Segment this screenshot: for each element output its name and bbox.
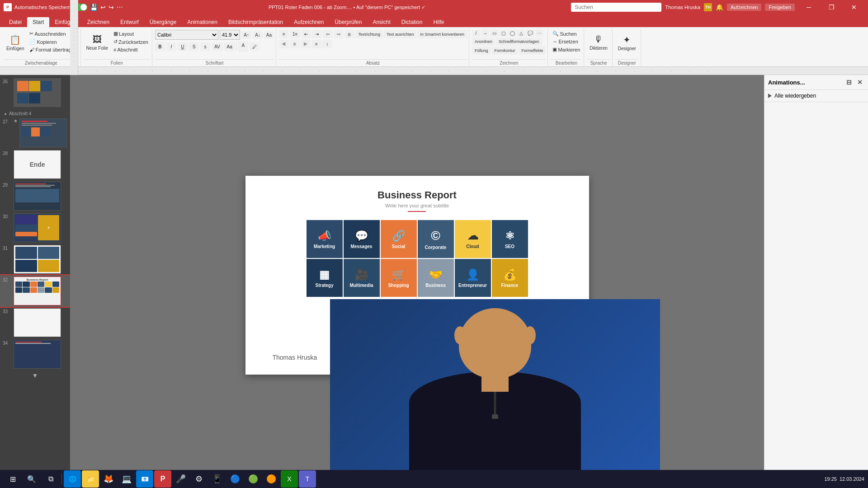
kontur-button[interactable]: Formkontur	[492, 47, 518, 55]
tab-animationen[interactable]: Animationen	[182, 17, 223, 27]
increase-indent-button[interactable]: ⇥	[312, 30, 322, 38]
taskbar-app9[interactable]: 🟢	[245, 470, 262, 488]
tab-aufzeichnen[interactable]: Aufzeichnen	[288, 17, 329, 27]
play-all-button[interactable]: Alle wiedergeben	[764, 90, 868, 102]
shape-arrow[interactable]: →	[481, 30, 489, 37]
taskbar-outlook[interactable]: 📧	[136, 470, 153, 488]
justify-button[interactable]: ≡	[311, 40, 321, 48]
bold-button[interactable]: B	[155, 42, 165, 51]
highlight-button[interactable]: 🖊	[250, 42, 259, 51]
shape-more[interactable]: ⋯	[535, 30, 543, 37]
slide-thumb-28[interactable]: 28 Ende	[0, 149, 70, 180]
clear-format-button[interactable]: Aa	[264, 31, 274, 39]
tile-strategy[interactable]: ▦ Strategy	[307, 259, 343, 297]
ltr-button[interactable]: ⇨	[334, 30, 344, 38]
schnellformat-button[interactable]: Schnellformatvorlagen	[496, 38, 542, 46]
anordnen-button[interactable]: Anordnen	[472, 38, 495, 46]
char-spacing-button[interactable]: AV	[212, 42, 223, 51]
layout-button[interactable]: ▦ Layout	[112, 30, 150, 38]
tile-corporate[interactable]: © Corporate	[418, 220, 454, 258]
line-spacing-button[interactable]: ↕	[322, 40, 332, 48]
font-family-select[interactable]: Calibri	[155, 30, 218, 40]
taskbar-app11[interactable]: X	[281, 470, 298, 488]
case-button[interactable]: Aa	[224, 42, 235, 51]
slide-thumb-31[interactable]: 31	[0, 244, 70, 275]
tab-hilfe[interactable]: Hilfe	[428, 17, 449, 27]
restore-button[interactable]: ❐	[821, 0, 842, 14]
abschnitt-button[interactable]: ≡ Abschnitt	[112, 46, 150, 53]
taskbar-app8[interactable]: 🔵	[226, 470, 244, 488]
zuruecksetzen-button[interactable]: ↺ Zurücksetzen	[112, 38, 150, 46]
tile-finance[interactable]: 💰 Finance	[492, 259, 528, 297]
more-icon[interactable]: ⋯	[117, 4, 123, 11]
rtl-button[interactable]: ⇦	[323, 30, 333, 38]
bullet-list-button[interactable]: ≡	[279, 30, 289, 38]
start-button[interactable]: ⊞	[4, 470, 22, 488]
sidebar-scroll-down[interactable]: ▼	[0, 370, 70, 381]
tile-entrepreneur[interactable]: 👤 Entrepreneur	[455, 259, 491, 297]
taskbar-powerpoint[interactable]: P	[154, 470, 171, 488]
tab-zeichnen[interactable]: Zeichnen	[82, 17, 115, 27]
tile-marketing[interactable]: 📣 Marketing	[307, 220, 343, 258]
ersetzen-button[interactable]: ↔ Ersetzen	[551, 38, 582, 45]
tile-multimedia[interactable]: 🎥 Multimedia	[344, 259, 380, 297]
shape-line[interactable]: /	[472, 30, 480, 37]
shape-callout[interactable]: 💬	[526, 30, 534, 37]
tile-social[interactable]: 🔗 Social	[381, 220, 417, 258]
tile-shopping[interactable]: 🛒 Shopping	[381, 259, 417, 297]
tile-messages[interactable]: 💬 Messages	[344, 220, 380, 258]
search-taskbar-button[interactable]: 🔍	[23, 470, 41, 488]
taskbar-firefox[interactable]: 🦊	[100, 470, 117, 488]
slide-thumb-32[interactable]: 32 Business Report	[0, 275, 70, 307]
smartart-button[interactable]: In SmartArt konvertieren	[417, 30, 467, 38]
user-avatar[interactable]: TH	[704, 3, 712, 11]
taskbar-app6[interactable]: ⚙	[190, 470, 208, 488]
taskbar-teams[interactable]: T	[299, 470, 316, 488]
close-button[interactable]: ✕	[844, 0, 864, 14]
suchen-button[interactable]: 🔍 Suchen	[551, 30, 582, 38]
slide-thumb-30[interactable]: 30 ☀	[0, 212, 70, 244]
taskbar-app10[interactable]: 🟠	[263, 470, 280, 488]
einfuegen-button[interactable]: 📋 Einfügen	[4, 30, 27, 55]
slide-thumb-26[interactable]: 26	[0, 77, 70, 108]
font-color-button[interactable]: A	[238, 41, 248, 52]
textrichtung-button[interactable]: Textrichtung	[355, 30, 383, 38]
strikethrough-button[interactable]: S	[189, 42, 199, 51]
redo-icon[interactable]: ↪	[108, 4, 114, 11]
shadow-button[interactable]: s	[200, 42, 210, 51]
slide-thumb-33[interactable]: 33	[0, 307, 70, 338]
align-left-button[interactable]: ⫷	[279, 40, 289, 48]
numbered-list-button[interactable]: 1≡	[290, 30, 300, 38]
taskbar-edge[interactable]: 🌐	[64, 470, 81, 488]
font-size-select[interactable]: 41.9	[220, 30, 240, 40]
tile-seo[interactable]: ⚛ SEO	[492, 220, 528, 258]
tab-bildschirm[interactable]: Bildschirmpräsentation	[223, 17, 288, 27]
animations-collapse-button[interactable]: ⊟	[844, 78, 854, 87]
italic-button[interactable]: I	[166, 42, 176, 51]
decrease-indent-button[interactable]: ⇤	[301, 30, 311, 38]
freigeben-button[interactable]: Freigeben	[765, 4, 795, 11]
effekt-button[interactable]: Formeffekte	[519, 47, 546, 55]
taskview-button[interactable]: ⧉	[42, 470, 60, 488]
tab-dictation[interactable]: Dictation	[396, 17, 428, 27]
search-input[interactable]	[571, 3, 661, 12]
shape-rect[interactable]: ▭	[490, 30, 498, 37]
shape-rounded[interactable]: ▢	[499, 30, 507, 37]
decrease-font-button[interactable]: A↓	[253, 31, 263, 39]
animations-close-button[interactable]: ✕	[855, 78, 864, 87]
taskbar-app5[interactable]: 🎤	[172, 470, 189, 488]
align-center-button[interactable]: ≡	[290, 40, 300, 48]
tile-cloud[interactable]: ☁ Cloud	[455, 220, 491, 258]
diktieren-button[interactable]: 🎙 Diktieren	[587, 30, 610, 55]
undo-icon[interactable]: ↩	[100, 4, 106, 11]
designer-button[interactable]: ✦ Designer	[615, 30, 639, 55]
taskbar-app7[interactable]: 📱	[208, 470, 226, 488]
text-ausrichten-button[interactable]: Text ausrichten	[384, 30, 417, 38]
neue-folie-button[interactable]: 🖼 Neue Folie	[84, 30, 111, 55]
taskbar-app3[interactable]: 💻	[118, 470, 135, 488]
save-icon[interactable]: 💾	[90, 4, 98, 11]
tab-datei[interactable]: Datei	[4, 17, 27, 27]
columns-button[interactable]: ⫼	[344, 30, 354, 38]
tab-start[interactable]: Start	[27, 17, 49, 27]
aufzeichnen-button[interactable]: Aufzeichnen	[727, 4, 762, 11]
